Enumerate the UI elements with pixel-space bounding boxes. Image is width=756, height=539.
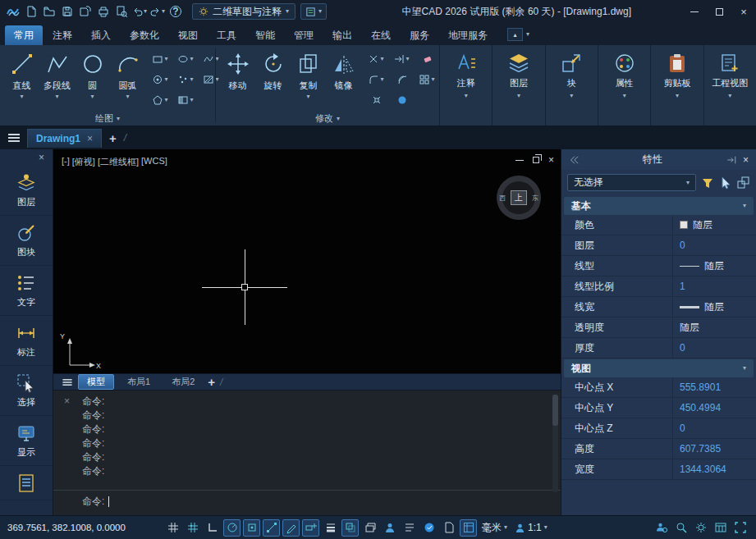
- property-value[interactable]: 450.4994: [673, 402, 756, 413]
- erase-tool-button[interactable]: [415, 48, 440, 69]
- mirror-tool-button[interactable]: 镜像: [327, 48, 360, 112]
- join-tool-button[interactable]: [389, 89, 415, 110]
- drawing-viewport[interactable]: [-] [俯视] [二维线框] [WCS] × 上 西 东: [53, 149, 561, 373]
- tab-model[interactable]: 模型: [78, 374, 114, 390]
- help-icon[interactable]: ?: [167, 3, 184, 20]
- block-panel-button[interactable]: 块 ▾: [545, 45, 598, 126]
- dropdown-arrow-icon[interactable]: ▾: [126, 94, 129, 100]
- polygon-tool-button[interactable]: ▾: [148, 89, 173, 110]
- properties-close-icon[interactable]: ×: [743, 154, 749, 166]
- pickadd-toggle-icon[interactable]: [737, 176, 750, 190]
- tab-output[interactable]: 输出: [323, 25, 361, 45]
- save-icon[interactable]: [59, 3, 76, 20]
- dropdown-arrow-icon[interactable]: ▾: [526, 31, 529, 38]
- window-minimize-button[interactable]: [682, 0, 707, 23]
- property-value[interactable]: 随层: [673, 300, 756, 314]
- window-close-button[interactable]: ×: [731, 0, 756, 23]
- view-navigation-compass[interactable]: 上 西 东: [497, 176, 541, 220]
- statusbar-menu-icon[interactable]: [712, 519, 729, 537]
- auto-hide-pin-icon[interactable]: [726, 155, 737, 165]
- viewport-view-control[interactable]: [俯视]: [72, 156, 95, 168]
- snap-mode-icon[interactable]: [164, 519, 181, 537]
- property-value[interactable]: 1: [673, 281, 756, 292]
- dropdown-arrow-icon[interactable]: ▾: [55, 94, 58, 100]
- ribbon-collapse-icon[interactable]: ▴: [507, 28, 523, 41]
- clipboard-panel-button[interactable]: 剪贴板 ▾: [650, 45, 703, 126]
- window-maximize-button[interactable]: [707, 0, 731, 23]
- property-value[interactable]: 随层: [673, 259, 756, 273]
- compass-east-label[interactable]: 东: [532, 194, 538, 203]
- undo-icon[interactable]: ▾: [131, 3, 148, 20]
- object-snap-icon[interactable]: [243, 519, 260, 537]
- new-layout-button[interactable]: +: [208, 375, 215, 389]
- tab-manage[interactable]: 管理: [285, 25, 323, 45]
- units-control[interactable]: 毫米 ▾: [479, 521, 510, 535]
- property-value[interactable]: 555.8901: [673, 381, 756, 393]
- command-panel-close-icon[interactable]: ×: [64, 395, 70, 407]
- line-tool-button[interactable]: 直线 ▾: [5, 48, 39, 112]
- annotation-visibility-icon[interactable]: [381, 519, 398, 537]
- ellipse-tool-button[interactable]: ▾: [173, 48, 199, 69]
- workspace-selector[interactable]: 二维草图与注释 ▾: [192, 3, 296, 20]
- grid-display-icon[interactable]: [184, 519, 201, 537]
- tab-parametric[interactable]: 参数化: [121, 25, 168, 45]
- circle-tool-button[interactable]: 圆 ▾: [76, 48, 109, 112]
- panel-collapse-icon[interactable]: [569, 155, 579, 165]
- annotation-panel-button[interactable]: 注释 ▾: [439, 45, 492, 126]
- fillet-tool-button[interactable]: ▾: [364, 69, 389, 89]
- tab-view[interactable]: 视图: [169, 25, 207, 45]
- tab-online[interactable]: 在线: [362, 25, 400, 45]
- dropdown-arrow-icon[interactable]: ▾: [90, 94, 94, 100]
- sidebar-item-display[interactable]: 显示: [0, 416, 53, 466]
- dropdown-arrow-icon[interactable]: ▾: [306, 94, 309, 100]
- quick-select-icon[interactable]: [701, 176, 714, 190]
- sidebar-item-layers[interactable]: 图层: [0, 166, 53, 216]
- property-value[interactable]: 607.7385: [673, 443, 756, 454]
- layers-panel-button[interactable]: 图层 ▾: [492, 45, 544, 126]
- dropdown-arrow-icon[interactable]: ▾: [20, 94, 23, 100]
- dynamic-ucs-icon[interactable]: [282, 519, 300, 537]
- select-objects-icon[interactable]: [719, 176, 732, 190]
- point-tool-button[interactable]: ▾: [173, 69, 199, 89]
- sidebar-item-partial[interactable]: [0, 466, 53, 500]
- arc-tool-button[interactable]: 圆弧 ▾: [111, 48, 144, 112]
- property-value[interactable]: 1344.3064: [673, 464, 756, 475]
- tab-tools[interactable]: 工具: [208, 25, 245, 45]
- app-logo-icon[interactable]: [5, 3, 21, 20]
- model-space-toggle-icon[interactable]: [460, 519, 477, 537]
- ortho-mode-icon[interactable]: [204, 519, 221, 537]
- command-scrollbar[interactable]: [552, 395, 558, 492]
- command-scrollbar-thumb[interactable]: [552, 395, 558, 426]
- offset-tool-button[interactable]: [389, 69, 415, 89]
- print-icon[interactable]: [95, 3, 112, 20]
- sidebar-item-text[interactable]: 文字: [0, 266, 53, 316]
- tab-home[interactable]: 常用: [5, 25, 43, 45]
- section-view-header[interactable]: 视图 ▾: [564, 359, 754, 377]
- property-value[interactable]: 随层: [673, 218, 756, 232]
- annotation-autoscale-icon[interactable]: [653, 519, 670, 537]
- tab-annotate[interactable]: 注释: [44, 25, 81, 45]
- sidebar-item-select[interactable]: 选择: [0, 366, 53, 416]
- document-tab-drawing1[interactable]: Drawing1 ×: [27, 129, 102, 148]
- document-tab-close-icon[interactable]: ×: [87, 133, 93, 144]
- explode-tool-button[interactable]: [364, 89, 389, 110]
- extend-tool-button[interactable]: ▾: [389, 48, 415, 69]
- lineweight-display-icon[interactable]: [322, 519, 339, 537]
- annotation-scale-control[interactable]: 1:1 ▾: [512, 522, 550, 533]
- property-value[interactable]: 随层: [673, 321, 756, 335]
- tab-smart[interactable]: 智能: [246, 25, 284, 45]
- properties-panel-button[interactable]: 属性 ▾: [598, 45, 650, 126]
- cursor-coordinates[interactable]: 369.7561, 382.1008, 0.0000: [7, 523, 162, 532]
- plot-preview-icon[interactable]: [113, 3, 130, 20]
- copy-tool-button[interactable]: 复制 ▾: [291, 48, 325, 112]
- draw-panel-label[interactable]: 绘图 ▾: [0, 112, 215, 126]
- rectangle-tool-button[interactable]: ▾: [148, 48, 173, 69]
- section-basic-header[interactable]: 基本 ▾: [564, 197, 754, 215]
- dynamic-input-icon[interactable]: [302, 519, 319, 537]
- quick-properties-icon[interactable]: [401, 519, 418, 537]
- viewport-ucs-control[interactable]: [WCS]: [141, 156, 167, 168]
- sidebar-item-dimension[interactable]: 标注: [0, 316, 53, 366]
- save-as-icon[interactable]: [77, 3, 94, 20]
- redo-icon[interactable]: ▾: [149, 3, 166, 20]
- donut-tool-button[interactable]: ▾: [148, 69, 173, 89]
